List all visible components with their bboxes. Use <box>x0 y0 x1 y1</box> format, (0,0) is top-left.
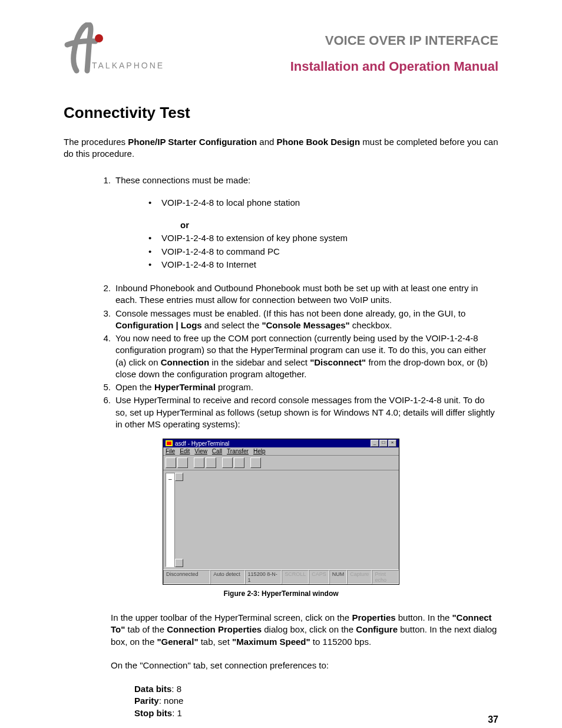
tb-open-icon[interactable] <box>177 457 188 468</box>
doc-title-product: VOICE OVER IP INTERFACE <box>170 33 498 48</box>
conn-d: VOIP-1-2-4-8 to Internet <box>148 259 498 271</box>
ht-scrollbar[interactable] <box>174 473 183 567</box>
figure-hyperterminal: asdf - HyperTerminal _ □ × FileEditViewC… <box>64 439 498 585</box>
status-detect: Auto detect <box>210 570 244 584</box>
close-icon[interactable]: × <box>388 440 396 447</box>
maximize-icon[interactable]: □ <box>379 440 388 447</box>
connection-tab-instruction: On the "Connection" tab, set connection … <box>111 660 498 671</box>
figure-caption: Figure 2-3: HyperTerminal window <box>64 589 498 598</box>
ht-menubar: FileEditViewCallTransferHelp <box>163 447 399 456</box>
tb-properties-icon[interactable] <box>250 457 261 468</box>
status-capture: Capture <box>347 570 372 584</box>
tb-connect-icon[interactable] <box>194 457 204 468</box>
step-2: 2. Inbound Phonebook and Outbound Phoneb… <box>64 282 498 307</box>
step-4: 4. You now need to free up the COM port … <box>64 332 498 380</box>
scroll-up-icon[interactable] <box>175 473 183 481</box>
minimize-icon[interactable]: _ <box>371 440 379 447</box>
brand-text: TALKAPHONE <box>92 61 164 70</box>
doc-title-manual: Installation and Operation Manual <box>170 59 498 74</box>
scroll-down-icon[interactable] <box>175 559 183 567</box>
status-num: NUM <box>329 570 348 584</box>
status-conn: Disconnected <box>163 570 210 584</box>
step-6: 6. Use HyperTerminal to receive and reco… <box>64 394 498 430</box>
tb-send-icon[interactable] <box>222 457 233 468</box>
menu-file[interactable]: File <box>166 448 175 454</box>
menu-view[interactable]: View <box>194 448 207 454</box>
ht-title-text: asdf - HyperTerminal <box>175 440 229 447</box>
ht-toolbar <box>163 456 399 470</box>
conn-b: VOIP-1-2-4-8 to extension of key phone s… <box>148 232 498 244</box>
page-header: TALKAPHONE VOICE OVER IP INTERFACE Insta… <box>64 22 498 75</box>
ht-app-icon <box>166 440 173 446</box>
section-heading: Connectivity Test <box>64 104 498 122</box>
status-printecho: Print echo <box>372 570 399 584</box>
conn-a: VOIP-1-2-4-8 to local phone station <box>148 197 498 209</box>
intro-paragraph: The procedures Phone/IP Starter Configur… <box>64 136 498 160</box>
step-3: 3. Console messages must be enabled. (If… <box>64 308 498 332</box>
status-baud: 115200 8-N-1 <box>245 570 282 584</box>
menu-transfer[interactable]: Transfer <box>227 448 249 454</box>
status-scroll: SCROLL <box>282 570 309 584</box>
menu-edit[interactable]: Edit <box>180 448 190 454</box>
brand-logo: TALKAPHONE <box>64 22 170 75</box>
ht-window-controls: _ □ × <box>371 440 396 447</box>
procedure-list: 1. These connections must be made: VOIP-… <box>64 174 498 431</box>
step-1-connections: VOIP-1-2-4-8 to local phone station <box>115 197 498 209</box>
conn-c: VOIP-1-2-4-8 to command PC <box>148 246 498 258</box>
conn-or: or <box>115 219 498 231</box>
hyperterminal-window: asdf - HyperTerminal _ □ × FileEditViewC… <box>163 439 399 585</box>
ht-terminal-area[interactable]: – <box>166 473 175 567</box>
step-1: 1. These connections must be made: VOIP-… <box>64 174 498 282</box>
status-caps: CAPS <box>309 570 329 584</box>
menu-help[interactable]: Help <box>253 448 266 454</box>
tb-disconnect-icon[interactable] <box>206 457 216 468</box>
page-number: 37 <box>488 714 498 725</box>
svg-point-0 <box>95 34 103 42</box>
talkaphone-logo-icon: TALKAPHONE <box>64 22 170 75</box>
connection-preferences: Data bits: 8 Parity: none Stop bits: 1 <box>134 683 498 719</box>
menu-call[interactable]: Call <box>212 448 222 454</box>
ht-titlebar: asdf - HyperTerminal _ □ × <box>163 439 399 447</box>
tb-new-icon[interactable] <box>166 457 176 468</box>
tb-receive-icon[interactable] <box>234 457 244 468</box>
step-5: 5. Open the HyperTerminal program. <box>64 381 498 393</box>
svg-rect-2 <box>167 442 171 445</box>
ht-statusbar: Disconnected Auto detect 115200 8-N-1 SC… <box>163 569 399 584</box>
step-1-connections-cont: VOIP-1-2-4-8 to extension of key phone s… <box>115 232 498 271</box>
properties-instructions: In the upper toolbar of the HyperTermina… <box>111 612 498 648</box>
